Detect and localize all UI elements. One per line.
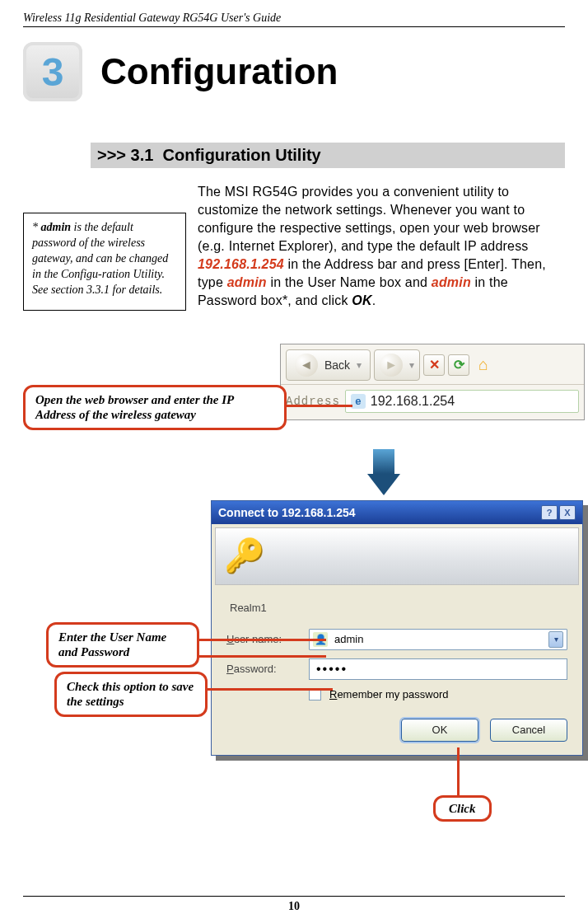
address-input[interactable]: e 192.168.1.254 bbox=[345, 390, 579, 413]
body-paragraph: The MSI RG54G provides you a convenient … bbox=[198, 183, 565, 311]
default-ip: 192.168.1.254 bbox=[198, 257, 284, 271]
stop-button[interactable]: ✕ bbox=[423, 354, 445, 376]
body-p1e: . bbox=[372, 293, 376, 307]
forward-dropdown-icon[interactable]: ▾ bbox=[409, 359, 414, 371]
back-icon: ◄ bbox=[295, 354, 318, 377]
body-p1c: in the User Name box and bbox=[267, 275, 432, 289]
connector-line bbox=[208, 688, 333, 691]
section-chevrons: >>> bbox=[97, 146, 126, 164]
ok-button[interactable]: OK bbox=[401, 719, 478, 742]
section-title: Configuration Utility bbox=[163, 146, 321, 164]
dialog-title-text: Connect to 192.168.1.254 bbox=[218, 506, 356, 519]
callout-open-browser: Open the web browser and enter the IP Ad… bbox=[23, 385, 287, 431]
remember-label: Remember my password bbox=[329, 688, 449, 700]
close-button[interactable]: X bbox=[559, 505, 576, 520]
forward-icon: ► bbox=[380, 354, 403, 377]
username-value: admin bbox=[334, 633, 363, 645]
password-row: Password: ••••• bbox=[226, 658, 567, 680]
home-button[interactable]: ⌂ bbox=[473, 354, 494, 376]
cred-username: admin bbox=[227, 275, 267, 289]
chapter-title: Configuration bbox=[100, 51, 338, 92]
chapter-heading: 3 Configuration bbox=[23, 42, 565, 101]
address-value: 192.168.1.254 bbox=[371, 394, 455, 409]
forward-button[interactable]: ► ▾ bbox=[374, 349, 420, 381]
login-dialog: Connect to 192.168.1.254 ? X 🔑 Realm1 Us… bbox=[211, 500, 583, 756]
dialog-titlebar[interactable]: Connect to 192.168.1.254 ? X bbox=[212, 501, 582, 524]
connector-line bbox=[457, 747, 460, 795]
browser-toolbar: ◄ Back ▾ ► ▾ ✕ ⟳ ⌂ Address e 192.168.1.2… bbox=[280, 344, 585, 420]
side-note: * admin is the default password of the w… bbox=[23, 213, 186, 311]
connector-line bbox=[287, 405, 352, 407]
chapter-number-badge: 3 bbox=[23, 42, 82, 101]
ie-icon: e bbox=[351, 394, 366, 409]
username-input[interactable]: 👤 admin ▾ bbox=[309, 629, 567, 650]
cancel-button[interactable]: Cancel bbox=[490, 719, 567, 742]
toolbar-nav-row: ◄ Back ▾ ► ▾ ✕ ⟳ ⌂ bbox=[281, 344, 584, 385]
dialog-banner: 🔑 bbox=[215, 527, 579, 585]
cred-password: admin bbox=[432, 275, 471, 289]
section-number: 3.1 bbox=[131, 146, 154, 164]
down-arrow-icon bbox=[367, 449, 400, 495]
password-input[interactable]: ••••• bbox=[309, 658, 567, 680]
remember-row: Remember my password bbox=[309, 688, 567, 700]
keyring-icon: 🔑 bbox=[224, 536, 265, 575]
back-dropdown-icon[interactable]: ▾ bbox=[357, 359, 362, 371]
password-label: Password: bbox=[226, 663, 301, 675]
note-bold-word: admin bbox=[41, 221, 72, 233]
back-label: Back bbox=[324, 358, 350, 372]
callout-click: Click bbox=[433, 795, 492, 822]
page-number: 10 bbox=[23, 896, 565, 913]
connector-line bbox=[199, 655, 326, 658]
refresh-button[interactable]: ⟳ bbox=[448, 354, 469, 376]
running-header: Wireless 11g Residential Gateway RG54G U… bbox=[23, 12, 565, 27]
back-button-group[interactable]: ◄ Back ▾ bbox=[286, 349, 371, 381]
realm-label: Realm1 bbox=[230, 602, 567, 614]
connector-line bbox=[199, 639, 326, 641]
body-p1a: The MSI RG54G provides you a convenient … bbox=[198, 185, 540, 253]
callout-check-option: Check this option to save the settings bbox=[54, 672, 208, 718]
chapter-number: 3 bbox=[42, 49, 64, 95]
callout-enter-creds: Enter the User Name and Password bbox=[46, 622, 199, 668]
section-heading: >>> 3.1 Configuration Utility bbox=[91, 143, 565, 168]
ok-word: OK bbox=[352, 293, 371, 307]
help-button[interactable]: ? bbox=[541, 505, 558, 520]
username-dropdown-icon[interactable]: ▾ bbox=[548, 631, 563, 648]
address-bar-row: Address e 192.168.1.254 bbox=[281, 385, 584, 419]
note-prefix: * bbox=[32, 221, 41, 233]
